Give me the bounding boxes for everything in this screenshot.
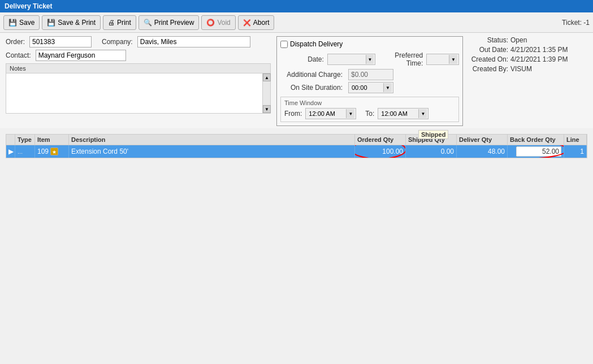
additional-charge-input[interactable] <box>348 69 393 80</box>
grid-area: Type Item Description Ordered Qty Shippe… <box>0 128 593 161</box>
grid-header: Type Item Description Ordered Qty Shippe… <box>6 135 587 145</box>
company-label: Company: <box>102 38 133 46</box>
created-by-value: VISUM <box>510 65 532 73</box>
scroll-down-btn[interactable]: ▼ <box>263 105 271 113</box>
shipped-label: Shipped <box>418 130 448 139</box>
from-label: From: <box>284 110 302 118</box>
dispatch-header: Dispatch Delivery <box>280 40 459 48</box>
save-print-icon <box>47 19 55 27</box>
status-label: Status: <box>463 36 508 44</box>
preferred-time-combo[interactable]: ▼ <box>426 54 459 65</box>
company-input[interactable] <box>137 36 250 47</box>
row-description: Extension Cord 50' <box>69 145 355 158</box>
ticket-number: Ticket: -1 <box>562 19 590 27</box>
header-desc: Description <box>69 135 355 145</box>
notes-scrollbar: ▲ ▼ <box>262 73 270 113</box>
from-arrow[interactable]: ▼ <box>346 109 354 118</box>
contact-input[interactable] <box>36 50 126 61</box>
created-by-label: Created By: <box>463 65 508 73</box>
dispatch-checkbox[interactable] <box>280 41 288 48</box>
additional-charge-row: Additional Charge: <box>280 69 459 80</box>
save-label: Save <box>19 19 34 27</box>
deliver-qty-value: 48.00 <box>488 148 505 155</box>
to-combo[interactable]: 12:00 AM ▼ <box>378 108 428 119</box>
time-row: From: 12:00 AM ▼ To: 12:00 AM ▼ <box>284 108 455 119</box>
from-combo[interactable]: 12:00 AM ▼ <box>305 108 356 119</box>
void-button[interactable]: Void <box>201 15 235 30</box>
row-backorder-qty <box>508 145 564 158</box>
title-bar: Delivery Ticket <box>0 0 593 12</box>
print-label: Print <box>117 19 131 27</box>
to-arrow[interactable]: ▼ <box>418 109 427 118</box>
on-site-duration-combo[interactable]: 00:00 ▼ <box>348 82 393 93</box>
item-number: 109 <box>37 148 49 155</box>
backorder-qty-input[interactable] <box>516 146 561 157</box>
date-label: Date: <box>280 55 324 63</box>
table-row[interactable]: ▶ ... 109 ★ Extension Cord 50' 100.00 0.… <box>6 145 587 158</box>
header-deliver-qty: Deliver Qty <box>457 135 508 145</box>
contact-row: Contact: <box>6 50 271 61</box>
time-window: Time Window From: 12:00 AM ▼ To: 12:00 A… <box>280 97 459 122</box>
print-button[interactable]: Print <box>103 15 136 30</box>
dispatch-label: Dispatch Delivery <box>290 40 343 48</box>
scroll-up-btn[interactable]: ▲ <box>263 73 271 81</box>
order-input[interactable] <box>29 36 92 47</box>
on-site-duration-arrow[interactable]: ▼ <box>383 83 392 92</box>
out-date-row: Out Date: 4/21/2021 1:35 PM <box>463 46 587 54</box>
out-date-label: Out Date: <box>463 46 508 54</box>
print-preview-icon <box>144 19 152 27</box>
header-item: Item <box>35 135 69 145</box>
status-row: Status: Open <box>463 36 587 44</box>
data-grid: Type Item Description Ordered Qty Shippe… <box>6 134 587 158</box>
header-backorder-qty: Back Order Qty <box>508 135 564 145</box>
abort-icon <box>243 19 251 27</box>
top-form-area: Order: Company: Contact: Notes ▲ ▼ <box>0 33 593 128</box>
preferred-time-label: Preferred Time: <box>383 51 423 67</box>
print-icon <box>108 19 115 27</box>
notes-header: Notes <box>6 64 270 73</box>
save-button[interactable]: Save <box>3 15 40 30</box>
ordered-qty-value: 100.00 <box>382 148 403 155</box>
created-by-row: Created By: VISUM <box>463 65 587 73</box>
header-type: Type <box>15 135 35 145</box>
order-row: Order: Company: <box>6 36 271 47</box>
from-value: 12:00 AM <box>307 110 346 118</box>
time-window-label: Time Window <box>284 99 455 106</box>
void-label: Void <box>217 19 230 27</box>
date-combo-arrow[interactable]: ▼ <box>366 55 374 64</box>
header-line: Line <box>564 135 587 145</box>
left-form: Order: Company: Contact: Notes ▲ ▼ <box>6 36 271 126</box>
row-line: 1 <box>564 145 587 158</box>
row-ordered-qty: 100.00 <box>355 145 406 158</box>
row-shipped-qty: 0.00 <box>406 145 457 158</box>
notes-section: Notes ▲ ▼ <box>6 63 271 114</box>
abort-label: Abort <box>253 19 270 27</box>
on-site-duration-label: On Site Duration: <box>280 84 343 92</box>
save-and-print-button[interactable]: Save & Print <box>42 15 101 30</box>
to-value: 12:00 AM <box>379 110 418 118</box>
title-bar-text: Delivery Ticket <box>5 2 53 10</box>
print-preview-button[interactable]: Print Preview <box>138 15 200 30</box>
row-deliver-qty: 48.00 <box>457 145 508 158</box>
row-type: ... <box>15 145 35 158</box>
order-label: Order: <box>6 38 25 46</box>
on-site-duration-row: On Site Duration: 00:00 ▼ <box>280 82 459 93</box>
created-on-label: Created On: <box>463 55 508 63</box>
to-label: To: <box>365 110 374 118</box>
notes-textarea[interactable] <box>6 73 262 113</box>
date-row: Date: ▼ Preferred Time: ▼ <box>280 51 459 67</box>
save-and-print-label: Save & Print <box>58 19 96 27</box>
created-on-row: Created On: 4/21/2021 1:39 PM <box>463 55 587 63</box>
abort-button[interactable]: Abort <box>238 15 275 30</box>
status-value: Open <box>510 36 527 44</box>
status-section: Status: Open Out Date: 4/21/2021 1:35 PM… <box>463 36 587 126</box>
item-icon: ★ <box>50 148 58 155</box>
preferred-time-arrow[interactable]: ▼ <box>449 55 457 64</box>
created-on-value: 4/21/2021 1:39 PM <box>510 55 568 63</box>
date-combo[interactable]: ▼ <box>327 54 376 65</box>
dispatch-box: Dispatch Delivery Date: ▼ Preferred Time… <box>276 36 463 126</box>
contact-label: Contact: <box>6 51 31 59</box>
out-date-value: 4/21/2021 1:35 PM <box>510 46 568 54</box>
print-preview-label: Print Preview <box>154 19 194 27</box>
dispatch-section: Dispatch Delivery Date: ▼ Preferred Time… <box>276 36 463 126</box>
